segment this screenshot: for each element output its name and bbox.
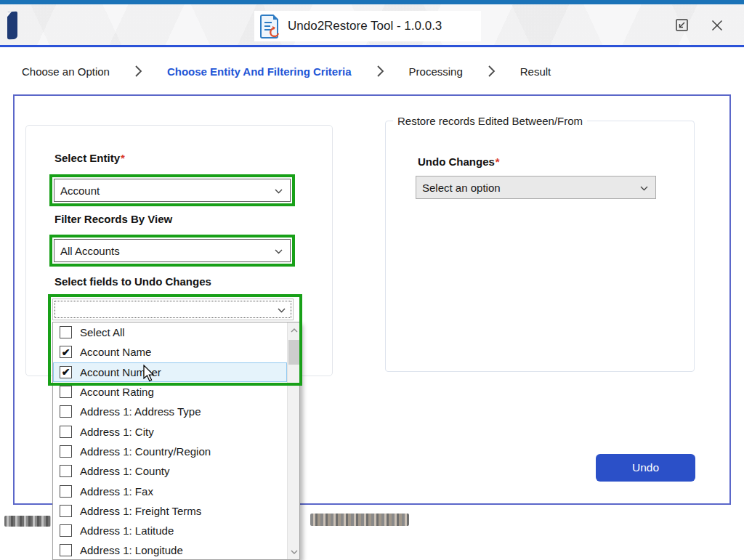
checkbox-unchecked[interactable]: [60, 426, 72, 438]
restore-records-group: Restore records Edited Between/From: [385, 115, 695, 372]
dropdown-item[interactable]: Address 1: Longitude: [53, 540, 287, 559]
dropdown-item-label: Address 1: Address Type: [80, 405, 201, 418]
checkbox-unchecked[interactable]: [60, 465, 72, 477]
dropdown-item[interactable]: Address 1: Latitude: [53, 521, 287, 540]
scroll-up-icon[interactable]: [288, 324, 300, 336]
close-button[interactable]: [708, 16, 727, 35]
restore-records-group-title: Restore records Edited Between/From: [393, 115, 587, 127]
dropdown-item-label: Address 1: Latitude: [80, 524, 174, 537]
undo-button[interactable]: Undo: [596, 454, 695, 482]
dropdown-item-label: Select All: [80, 326, 125, 338]
app-window: Undo2Restore Tool - 1.0.0.3 Choose an Op…: [0, 0, 744, 560]
required-asterisk: *: [495, 155, 500, 168]
dropdown-item[interactable]: Select All: [53, 322, 287, 342]
step-processing[interactable]: Processing: [409, 65, 463, 78]
chevron-down-icon: [275, 244, 283, 257]
dropdown-item[interactable]: ✔Account Number: [53, 362, 287, 382]
scrollbar-thumb[interactable]: [288, 340, 299, 365]
dropdown-item[interactable]: Address 1: City: [53, 421, 287, 441]
dropdown-item-label: Account Rating: [80, 386, 154, 398]
required-asterisk: *: [120, 152, 125, 164]
titlebar-divider: [0, 45, 744, 47]
checkbox-unchecked[interactable]: [60, 326, 72, 338]
dropdown-item-label: Account Number: [80, 366, 161, 378]
chevron-down-icon: [278, 303, 286, 316]
undo-changes-dropdown[interactable]: Select an option: [416, 176, 656, 199]
checkbox-unchecked[interactable]: [60, 524, 72, 537]
window-title: Undo2Restore Tool - 1.0.0.3: [288, 19, 442, 33]
dropdown-item-label: Address 1: Longitude: [80, 544, 183, 556]
checkbox-unchecked[interactable]: [60, 386, 72, 398]
checkbox-checked[interactable]: ✔: [60, 366, 72, 378]
chevron-down-icon: [275, 184, 283, 197]
checkbox-unchecked[interactable]: [60, 445, 72, 458]
checkbox-unchecked[interactable]: [60, 405, 72, 418]
chevron-right-icon: [376, 65, 384, 77]
restore-window-button[interactable]: [673, 16, 692, 35]
checkbox-unchecked[interactable]: [60, 505, 72, 517]
connection-status-redacted-left: [4, 516, 51, 527]
dropdown-item[interactable]: Address 1: County: [53, 461, 287, 481]
scroll-down-icon[interactable]: [288, 545, 300, 558]
dropdown-item-label: Address 1: Fax: [80, 485, 153, 498]
filter-view-dropdown[interactable]: All Accounts: [54, 239, 291, 262]
fields-dropdown-list: Select All✔Account Name✔Account NumberAc…: [52, 322, 300, 560]
title-group: Undo2Restore Tool - 1.0.0.3: [254, 11, 481, 41]
dropdown-item-label: Account Name: [80, 346, 151, 358]
dropdown-item[interactable]: Address 1: Address Type: [53, 402, 287, 421]
dropdown-item-label: Address 1: Country/Region: [80, 445, 211, 458]
select-entity-label: Select Entity*: [54, 152, 125, 164]
dropdown-item-label: Address 1: Freight Terms: [80, 505, 201, 517]
filter-view-label: Filter Records By View: [54, 213, 172, 225]
checkbox-unchecked[interactable]: [60, 544, 72, 556]
scrollbar[interactable]: [287, 322, 299, 559]
select-fields-dropdown[interactable]: [52, 299, 294, 320]
chevron-down-icon: [640, 181, 648, 194]
step-choose-option[interactable]: Choose an Option: [22, 65, 110, 78]
undo-changes-placeholder: Select an option: [422, 182, 501, 194]
dropdown-item[interactable]: ✔Account Name: [53, 342, 287, 362]
dropdown-item[interactable]: Address 1: Freight Terms: [53, 501, 287, 521]
dropdown-item-label: Address 1: City: [80, 426, 154, 438]
connection-status-redacted-right: [310, 514, 409, 526]
undo-changes-label: Undo Changes*: [418, 155, 500, 168]
checkbox-checked[interactable]: ✔: [60, 346, 72, 358]
filter-view-value: All Accounts: [60, 245, 120, 257]
dropdown-item-label: Address 1: County: [80, 465, 169, 477]
select-entity-highlight: Account: [49, 174, 295, 206]
chevron-right-icon: [488, 65, 496, 77]
select-entity-value: Account: [60, 184, 100, 197]
step-choose-entity[interactable]: Choose Entity And Filtering Criteria: [167, 65, 352, 78]
dropdown-item[interactable]: Account Rating: [53, 382, 287, 402]
dropdown-item[interactable]: Address 1: Fax: [53, 481, 287, 500]
chevron-right-icon: [134, 65, 142, 77]
app-icon: [260, 14, 280, 38]
step-result[interactable]: Result: [520, 65, 551, 78]
wizard-steps: Choose an Option Choose Entity And Filte…: [0, 60, 744, 83]
app-logo-icon: [7, 12, 17, 40]
dropdown-rows: Select All✔Account Name✔Account NumberAc…: [53, 322, 287, 559]
select-entity-dropdown[interactable]: Account: [54, 179, 291, 202]
dropdown-item[interactable]: Address 1: Country/Region: [53, 442, 287, 461]
filter-view-highlight: All Accounts: [49, 235, 295, 267]
checkbox-unchecked[interactable]: [60, 485, 72, 498]
select-fields-label: Select fields to Undo Changes: [54, 275, 211, 288]
